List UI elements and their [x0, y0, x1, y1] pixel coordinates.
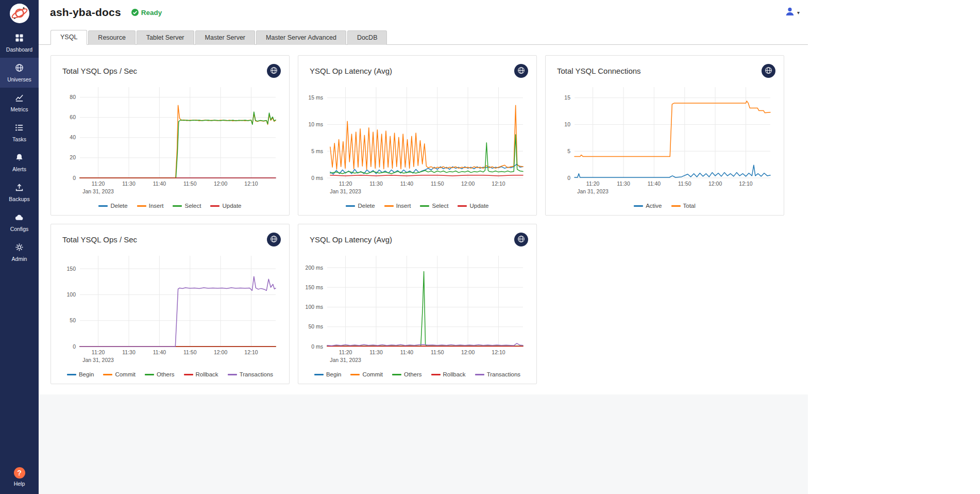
legend-label: Update	[222, 203, 241, 209]
legend-label: Insert	[396, 203, 411, 209]
chart-options-button[interactable]	[514, 233, 528, 246]
app-logo[interactable]	[0, 0, 39, 28]
backups-icon	[15, 183, 24, 194]
svg-text:11:30: 11:30	[369, 349, 383, 355]
chart-plot: 02040608011:20Jan 31, 202311:3011:4011:5…	[54, 81, 281, 201]
svg-text:200 ms: 200 ms	[306, 265, 323, 271]
chart-title: Total YSQL Ops / Sec	[62, 235, 137, 244]
check-circle-icon	[131, 9, 139, 16]
svg-text:20: 20	[70, 154, 76, 160]
svg-text:40: 40	[70, 134, 76, 140]
sidebar-item-label: Tasks	[12, 136, 26, 142]
legend-label: Others	[404, 371, 422, 377]
sidebar-item-admin[interactable]: Admin	[0, 237, 39, 267]
dashboard-icon	[15, 34, 24, 44]
svg-text:5 ms: 5 ms	[311, 148, 323, 154]
legend-swatch-icon	[173, 205, 182, 207]
svg-text:50: 50	[70, 317, 76, 323]
legend-label: Rollback	[443, 371, 466, 377]
svg-text:Jan 31, 2023: Jan 31, 2023	[82, 357, 114, 363]
svg-text:11:20: 11:20	[92, 180, 105, 187]
svg-text:11:20: 11:20	[339, 349, 352, 355]
legend-item-select: Select	[173, 203, 201, 209]
sidebar-item-label: Dashboard	[6, 46, 32, 53]
chart-options-button[interactable]	[267, 233, 281, 246]
tab-docdb[interactable]: DocDB	[347, 30, 387, 45]
chart-title: YSQL Op Latency (Avg)	[310, 235, 392, 244]
sidebar-item-label: Metrics	[11, 106, 28, 112]
legend-label: Begin	[326, 371, 341, 377]
sidebar: DashboardUniversesMetricsTasksAlertsBack…	[0, 0, 39, 494]
svg-text:5: 5	[567, 148, 570, 154]
sidebar-item-metrics[interactable]: Metrics	[0, 88, 39, 118]
svg-text:50 ms: 50 ms	[308, 323, 323, 330]
tab-master-server-advanced[interactable]: Master Server Advanced	[256, 30, 346, 45]
svg-text:10 ms: 10 ms	[308, 121, 323, 127]
legend-swatch-icon	[98, 205, 108, 207]
chart-header: YSQL Op Latency (Avg)	[298, 56, 536, 80]
top-header: ash-yba-docs Ready ▾	[39, 0, 808, 25]
chevron-down-icon: ▾	[797, 10, 800, 15]
chart-title: YSQL Op Latency (Avg)	[310, 67, 392, 75]
legend-item-commit: Commit	[350, 371, 383, 377]
legend-label: Insert	[149, 203, 164, 209]
legend-swatch-icon	[634, 205, 643, 207]
sidebar-item-universes[interactable]: Universes	[0, 58, 39, 88]
sidebar-item-tasks[interactable]: Tasks	[0, 118, 39, 147]
legend-item-transactions: Transactions	[475, 371, 520, 377]
sidebar-item-backups[interactable]: Backups	[0, 177, 39, 207]
legend-swatch-icon	[145, 374, 154, 375]
sidebar-item-help[interactable]: ?Help	[0, 461, 39, 494]
svg-text:0: 0	[73, 343, 76, 350]
svg-text:12:10: 12:10	[492, 349, 505, 355]
svg-text:11:50: 11:50	[431, 180, 444, 187]
sidebar-item-alerts[interactable]: Alerts	[0, 147, 39, 177]
legend-item-total: Total	[671, 203, 696, 209]
legend-swatch-icon	[420, 205, 429, 207]
sidebar-item-label: Alerts	[12, 166, 26, 172]
legend-item-update: Update	[210, 203, 241, 209]
globe-icon	[270, 235, 278, 244]
svg-text:11:40: 11:40	[400, 349, 414, 355]
globe-icon	[765, 67, 772, 76]
tab-tablet-server[interactable]: Tablet Server	[137, 30, 194, 45]
chart-options-button[interactable]	[762, 64, 775, 78]
chart-title: Total YSQL Connections	[557, 67, 641, 75]
user-menu[interactable]: ▾	[785, 6, 800, 19]
svg-text:12:10: 12:10	[244, 349, 258, 355]
legend-item-commit: Commit	[103, 371, 136, 377]
legend-label: Commit	[362, 371, 383, 377]
svg-text:12:10: 12:10	[739, 180, 752, 187]
chart-options-button[interactable]	[267, 64, 281, 78]
svg-text:0: 0	[73, 175, 76, 181]
chart-header: Total YSQL Connections	[546, 56, 784, 80]
legend-swatch-icon	[228, 374, 237, 375]
legend-label: Update	[469, 203, 488, 209]
svg-text:11:30: 11:30	[369, 180, 383, 187]
svg-text:11:20: 11:20	[586, 180, 600, 187]
svg-text:60: 60	[70, 114, 76, 120]
legend-item-rollback: Rollback	[431, 371, 466, 377]
legend-item-delete: Delete	[346, 203, 375, 209]
tab-resource[interactable]: Resource	[88, 30, 136, 45]
svg-text:11:50: 11:50	[431, 349, 444, 355]
svg-text:0: 0	[567, 175, 570, 181]
svg-text:12:10: 12:10	[244, 180, 258, 187]
sidebar-item-label: Configs	[10, 226, 29, 232]
main-area: ash-yba-docs Ready ▾ YSQLResource	[39, 0, 808, 494]
sidebar-item-label: Universes	[7, 76, 31, 83]
svg-text:12:10: 12:10	[492, 180, 505, 187]
tab-ysql[interactable]: YSQL	[50, 30, 87, 45]
sidebar-item-dashboard[interactable]: Dashboard	[0, 28, 39, 58]
chart-plot: 05101511:20Jan 31, 202311:3011:4011:5012…	[549, 81, 775, 201]
chart-panel-total-ysql-ops-sec: Total YSQL Ops / Sec05010015011:20Jan 31…	[50, 224, 290, 384]
sidebar-item-configs[interactable]: Configs	[0, 207, 39, 237]
svg-text:100: 100	[66, 291, 76, 298]
legend-label: Transactions	[487, 371, 520, 377]
legend-swatch-icon	[137, 205, 146, 207]
tab-master-server[interactable]: Master Server	[195, 30, 256, 45]
chart-plot: 0 ms5 ms10 ms15 ms11:20Jan 31, 202311:30…	[301, 81, 528, 201]
svg-text:15 ms: 15 ms	[308, 94, 323, 101]
legend-label: Others	[157, 371, 175, 377]
chart-options-button[interactable]	[514, 64, 528, 78]
